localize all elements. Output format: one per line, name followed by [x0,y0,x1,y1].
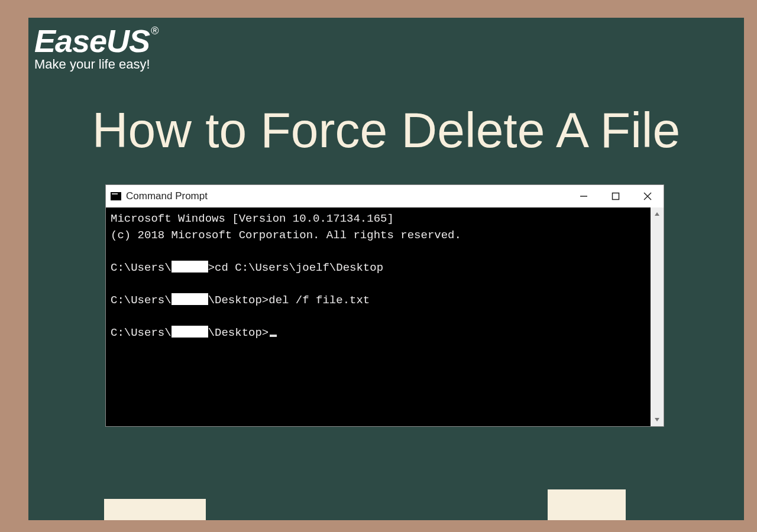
window-title: Command Prompt [126,190,568,202]
terminal-line: C:\Users\>cd C:\Users\joelf\Desktop [111,260,646,277]
brand-logo: EaseUS® [34,22,157,59]
decorative-box-right [548,489,626,520]
scroll-down-icon[interactable] [651,413,664,426]
redacted-username [172,293,208,305]
scroll-up-icon[interactable] [651,207,664,220]
page-title: How to Force Delete A File [28,102,744,159]
decorative-box-left [104,499,206,520]
terminal-body[interactable]: Microsoft Windows [Version 10.0.17134.16… [106,207,651,426]
terminal-line: C:\Users\\Desktop> [111,325,646,342]
window-controls [568,185,664,207]
minimize-button[interactable] [568,185,600,207]
main-panel: EaseUS® Make your life easy! How to Forc… [28,18,744,520]
terminal-blank [111,276,646,293]
prompt-command: \Desktop> [208,326,269,339]
registered-mark: ® [151,25,158,37]
prompt-command: \Desktop>del /f file.txt [208,294,370,307]
cursor-icon [270,335,277,337]
terminal-blank [111,309,646,325]
close-button[interactable] [632,185,664,207]
prompt-prefix: C:\Users\ [111,294,172,307]
command-prompt-icon [111,192,121,200]
brand-name: EaseUS [34,23,150,59]
terminal-line: Microsoft Windows [Version 10.0.17134.16… [111,211,646,228]
prompt-command: >cd C:\Users\joelf\Desktop [208,261,383,274]
terminal-line: C:\Users\\Desktop>del /f file.txt [111,293,646,309]
window-titlebar[interactable]: Command Prompt [106,185,664,207]
svg-marker-5 [655,418,659,421]
svg-marker-4 [655,212,659,216]
brand-block: EaseUS® Make your life easy! [34,22,157,72]
scrollbar[interactable] [651,207,664,426]
terminal-line: (c) 2018 Microsoft Corporation. All righ… [111,228,646,244]
svg-rect-1 [613,193,619,200]
prompt-prefix: C:\Users\ [111,326,172,339]
prompt-prefix: C:\Users\ [111,261,172,274]
terminal-blank [111,244,646,260]
redacted-username [172,326,208,338]
terminal-area: Microsoft Windows [Version 10.0.17134.16… [106,207,664,426]
command-prompt-window: Command Prompt Microsoft Windows [Versio… [105,184,664,427]
redacted-username [172,261,208,273]
maximize-button[interactable] [600,185,632,207]
